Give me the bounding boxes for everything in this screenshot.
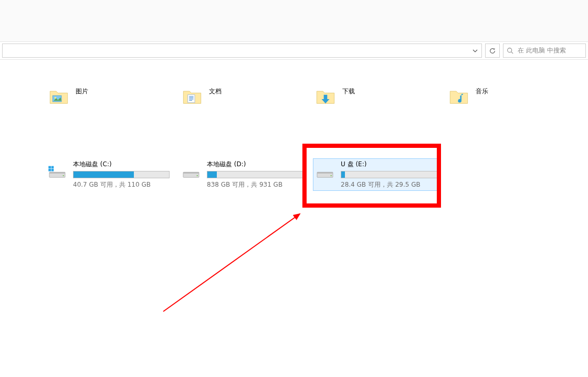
drive-name: 本地磁盘 (D:) xyxy=(207,160,303,169)
folder-item-documents[interactable]: 文档 xyxy=(182,86,315,107)
drive-status: 838 GB 可用，共 931 GB xyxy=(207,180,303,189)
drive-status: 40.7 GB 可用，共 110 GB xyxy=(73,180,170,189)
svg-point-0 xyxy=(508,48,512,52)
svg-rect-12 xyxy=(48,166,51,169)
svg-point-11 xyxy=(63,175,64,176)
folder-label: 文档 xyxy=(209,86,222,96)
documents-folder-icon xyxy=(182,86,203,107)
svg-rect-4 xyxy=(188,95,195,103)
folder-item-pictures[interactable]: 图片 xyxy=(48,86,182,107)
drive-icon xyxy=(47,160,68,181)
search-icon xyxy=(507,47,513,54)
refresh-button[interactable] xyxy=(485,44,500,58)
drive-icon xyxy=(181,160,202,181)
drive-status: 28.4 GB 可用，共 29.5 GB xyxy=(341,180,437,189)
annotation-arrow xyxy=(0,60,588,377)
chevron-down-icon xyxy=(472,48,478,53)
search-box[interactable]: 在 此电脑 中搜索 xyxy=(503,44,586,58)
folder-label: 图片 xyxy=(76,86,88,96)
drive-usage-bar xyxy=(341,171,437,178)
svg-rect-10 xyxy=(49,172,65,174)
drive-icon xyxy=(314,160,335,181)
content-area: 图片 文档 下载 音乐 本地磁盘 (C:)40.7 GB 可用，共 110 GB… xyxy=(0,60,588,377)
drive-info: 本地磁盘 (C:)40.7 GB 可用，共 110 GB xyxy=(73,160,170,189)
drive-name: U 盘 (E:) xyxy=(341,160,437,169)
svg-point-3 xyxy=(55,97,56,99)
svg-rect-15 xyxy=(51,169,54,171)
svg-line-22 xyxy=(163,214,300,311)
search-placeholder: 在 此电脑 中搜索 xyxy=(518,46,566,55)
drive-item-c[interactable]: 本地磁盘 (C:)40.7 GB 可用，共 110 GB xyxy=(45,158,171,191)
svg-rect-14 xyxy=(48,169,51,171)
address-row: 在 此电脑 中搜索 xyxy=(0,42,588,60)
drive-usage-bar xyxy=(207,171,303,178)
drive-info: U 盘 (E:)28.4 GB 可用，共 29.5 GB xyxy=(341,160,437,189)
folder-item-downloads[interactable]: 下载 xyxy=(315,86,448,107)
drive-usage-bar xyxy=(73,171,170,178)
drive-item-d[interactable]: 本地磁盘 (D:)838 GB 可用，共 931 GB xyxy=(179,158,305,191)
ribbon-area xyxy=(0,0,588,42)
drive-info: 本地磁盘 (D:)838 GB 可用，共 931 GB xyxy=(207,160,303,189)
folder-label: 音乐 xyxy=(476,86,488,96)
drive-name: 本地磁盘 (C:) xyxy=(73,160,170,169)
address-bar[interactable] xyxy=(2,44,482,58)
folder-item-music[interactable]: 音乐 xyxy=(448,86,582,107)
svg-rect-13 xyxy=(51,166,54,169)
svg-rect-20 xyxy=(317,172,333,174)
downloads-folder-icon xyxy=(315,86,336,107)
svg-line-1 xyxy=(511,52,513,53)
svg-point-21 xyxy=(331,175,332,176)
address-history-dropdown[interactable] xyxy=(469,44,481,57)
svg-rect-17 xyxy=(183,172,199,174)
drives-row: 本地磁盘 (C:)40.7 GB 可用，共 110 GB 本地磁盘 (D:)83… xyxy=(45,158,439,191)
drive-item-e[interactable]: U 盘 (E:)28.4 GB 可用，共 29.5 GB xyxy=(313,158,439,191)
refresh-icon xyxy=(489,47,496,55)
music-folder-icon xyxy=(448,86,469,107)
svg-point-18 xyxy=(197,175,198,176)
folder-label: 下载 xyxy=(342,86,355,96)
folders-row: 图片 文档 下载 音乐 xyxy=(48,86,582,107)
pictures-folder-icon xyxy=(48,86,69,107)
